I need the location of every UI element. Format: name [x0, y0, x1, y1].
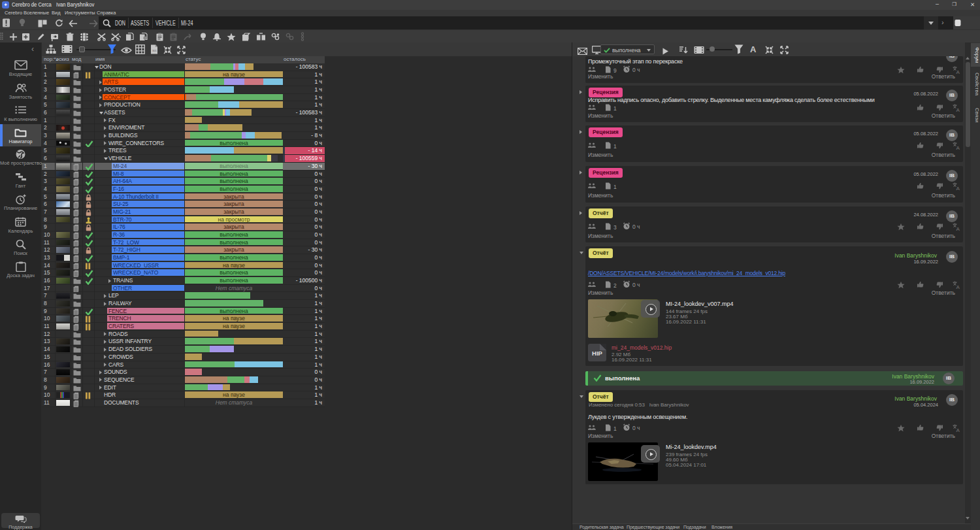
svg-text:A: A: [956, 284, 960, 290]
svg-text:301: 301: [152, 49, 157, 52]
svg-text:A: A: [956, 145, 960, 150]
svg-text:A: A: [956, 226, 960, 231]
svg-text:A: A: [956, 69, 960, 75]
svg-text:A: A: [956, 186, 960, 191]
svg-text:A: A: [956, 427, 960, 433]
svg-text:A: A: [956, 107, 960, 112]
